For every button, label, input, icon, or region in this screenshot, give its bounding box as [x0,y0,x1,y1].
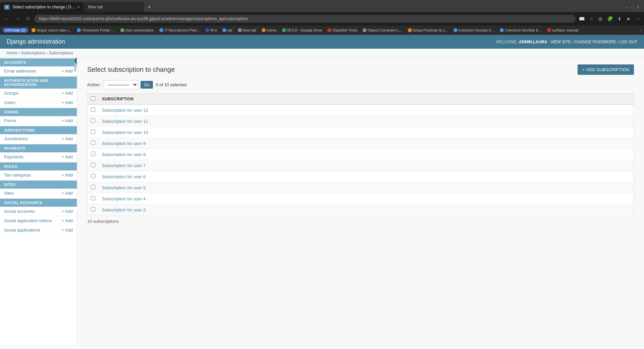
row-checkbox[interactable] [91,185,95,189]
bookmark-conversation[interactable]: Join conversation [118,28,156,33]
active-tab[interactable]: D Select subscription to change | D... ✕ [0,2,84,12]
row-checkbox[interactable] [91,130,95,134]
main-layout: « ACCOUNTS Email addresses + Add AUTHENT… [0,58,644,345]
user-info: WELCOME, ADMIN.LAURA VIEW SITE / CHANGE … [496,40,637,44]
add-social-accounts-link[interactable]: + Add [61,209,73,214]
close-button[interactable]: ✕ [636,5,640,10]
new-tab[interactable]: New tab [84,2,144,12]
table-row: Subscription for user 8 [88,149,634,160]
select-all-checkbox[interactable] [91,96,95,101]
favorites-bar-icon[interactable]: ★ [625,15,632,23]
sites-link[interactable]: Sites [4,191,14,196]
action-select[interactable]: ————— [103,80,138,89]
split-view-icon[interactable]: ⊞ [597,15,604,23]
row-checkbox[interactable] [91,207,95,211]
row-subscription-cell: Subscription for user 6 [99,171,634,182]
new-tab-button[interactable]: + [144,3,154,11]
users-link[interactable]: Users [4,100,15,105]
bookmark-celestron1[interactable]: Celestron Nexstar E... [451,28,497,33]
row-checkbox[interactable] [91,152,95,156]
bookmark-gdrive[interactable]: 08.0.0 - Google Drive [280,28,324,33]
subscription-link[interactable]: Subscription for user 2 [102,207,146,212]
row-checkbox[interactable] [91,196,95,200]
add-jurisdictions-link[interactable]: + Add [61,136,73,141]
bookmark-it[interactable]: IT Recruitment Plan... [157,28,202,33]
row-checkbox[interactable] [91,174,95,178]
jurisdictions-link[interactable]: Jurisdictions [4,136,28,141]
bookmark-glassfish[interactable]: Glassfish Tools [325,28,359,33]
sidebar-item-social-applications: Social applications + Add [0,226,77,235]
bookmarks-more-icon[interactable]: › [640,28,641,33]
add-sites-link[interactable]: + Add [61,191,73,196]
bookmark-celestron2[interactable]: Celestron NexStar E... [498,28,543,33]
social-applications-link[interactable]: Social applications [4,228,40,233]
view-site-link[interactable]: VIEW SITE [550,40,571,44]
subscription-link[interactable]: Subscription for user 5 [102,185,146,190]
forms-link[interactable]: Forms [4,118,16,123]
add-groups-link[interactable]: + Add [61,91,73,96]
bookmark-newtab[interactable]: New tab [236,28,258,33]
tab-close-button[interactable]: ✕ [77,5,80,9]
add-subscription-button[interactable]: + ADD SUBSCRIPTION [578,64,634,75]
downloads-icon[interactable]: ⬇ [616,15,623,23]
bookmark-inprivate[interactable]: InPrivate (2) [3,28,28,33]
minimize-button[interactable]: ─ [625,5,628,10]
add-forms-link[interactable]: + Add [61,118,73,123]
row-subscription-cell: Subscription for user 10 [99,127,634,138]
sidebar-section-rules: RULES [0,162,77,170]
subscription-link[interactable]: Subscription for user 7 [102,163,146,168]
action-go-button[interactable]: Go [141,81,153,89]
log-out-link[interactable]: LOG OUT [619,40,637,44]
bookmark-vegan[interactable]: Vegan carrot cake r... [30,28,73,33]
bookmark-timesheet[interactable]: Timesheet Portal -... [75,28,117,33]
breadcrumb-home[interactable]: Home [7,51,17,55]
bookmark-intime[interactable]: Intime [260,28,279,33]
row-checkbox[interactable] [91,107,95,112]
forward-button[interactable]: → [13,15,22,23]
email-addresses-link[interactable]: Email addresses [4,68,36,73]
subscription-column-header[interactable]: SUBSCRIPTION [99,94,634,105]
add-social-applications-link[interactable]: + Add [61,228,73,233]
groups-link[interactable]: Groups [4,91,18,96]
social-accounts-link[interactable]: Social accounts [4,209,35,214]
add-social-application-tokens-link[interactable]: + Add [61,218,73,223]
subscription-link[interactable]: Subscription for user 9 [102,141,146,146]
subscription-link[interactable]: Subscription for user 6 [102,174,146,179]
row-checkbox[interactable] [91,118,95,123]
add-email-addresses-link[interactable]: + Add [61,68,73,73]
tax-categorys-link[interactable]: Tax categorys [4,172,31,178]
payments-link[interactable]: Payments [4,154,23,159]
add-payments-link[interactable]: + Add [61,154,73,159]
subscription-link[interactable]: Subscription for user 8 [102,152,146,157]
row-checkbox[interactable] [91,141,95,145]
favorites-icon[interactable]: ☆ [588,15,595,23]
breadcrumb-section[interactable]: Subscriptions [21,51,45,55]
bookmark-word[interactable]: W e [203,28,219,33]
bookmark-postman[interactable]: Setup Postman to c... [406,28,450,33]
subscription-link[interactable]: Subscription for user 10 [102,130,148,135]
add-tax-categorys-link[interactable]: + Add [61,172,73,178]
bookmark-surface[interactable]: surftace manual [545,28,580,33]
sidebar-item-social-application-tokens: Social application tokens + Add [0,216,77,226]
subscription-link[interactable]: Subscription for user 12 [102,108,148,113]
more-icon[interactable]: ⋯ [634,15,641,23]
site-title[interactable]: Django administration [7,38,65,45]
address-bar[interactable] [34,15,576,23]
refresh-button[interactable]: ↻ [24,15,32,23]
sidebar-item-social-accounts: Social accounts + Add [0,207,77,216]
row-checkbox[interactable] [91,163,95,167]
maximize-button[interactable]: □ [631,5,634,10]
back-button[interactable]: ← [3,15,11,23]
social-application-tokens-link[interactable]: Social application tokens [4,218,52,223]
table-row: Subscription for user 10 [88,127,634,138]
bookmark-epl[interactable]: epl [220,28,234,33]
sidebar-section-sites: SITES [0,181,77,189]
read-mode-icon[interactable]: 📖 [578,15,586,23]
change-password-link[interactable]: CHANGE PASSWORD [574,40,616,44]
select-all-header [88,94,99,105]
subscription-link[interactable]: Subscription for user 11 [102,119,148,124]
bookmark-ocl[interactable]: Object Constraint L... [361,28,404,33]
subscription-link[interactable]: Subscription for user 4 [102,196,146,201]
add-users-link[interactable]: + Add [61,100,73,105]
extensions-icon[interactable]: 🧩 [606,15,614,23]
